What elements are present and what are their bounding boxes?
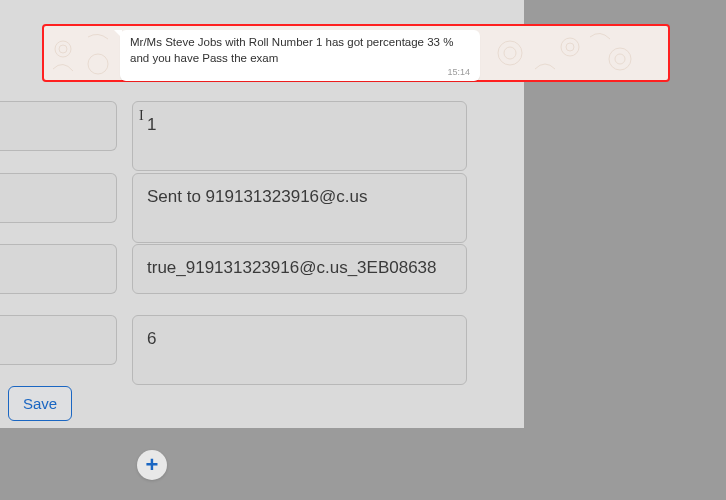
field-stub-4	[0, 315, 117, 365]
svg-point-1	[59, 45, 67, 53]
field-value[interactable]	[132, 315, 467, 385]
svg-point-8	[615, 54, 625, 64]
field-stub-3	[0, 244, 117, 294]
field-roll-number[interactable]	[132, 101, 467, 171]
svg-point-2	[88, 54, 108, 74]
svg-point-7	[609, 48, 631, 70]
chat-message-bubble: Mr/Ms Steve Jobs with Roll Number 1 has …	[120, 30, 480, 81]
svg-point-5	[561, 38, 579, 56]
field-message-id[interactable]	[132, 244, 467, 294]
svg-point-6	[566, 43, 574, 51]
chat-message-text: Mr/Ms Steve Jobs with Roll Number 1 has …	[130, 35, 470, 66]
field-stub-2	[0, 173, 117, 223]
add-button[interactable]: +	[137, 450, 167, 480]
chat-pattern-left	[48, 29, 120, 77]
svg-point-0	[55, 41, 71, 57]
svg-point-3	[498, 41, 522, 65]
chat-message-time: 15:14	[130, 67, 470, 77]
field-sent-to[interactable]	[132, 173, 467, 243]
notification-highlight: Mr/Ms Steve Jobs with Roll Number 1 has …	[42, 24, 670, 82]
save-button[interactable]: Save	[8, 386, 72, 421]
chat-pattern-right	[480, 29, 648, 77]
svg-point-4	[504, 47, 516, 59]
field-stub-1	[0, 101, 117, 151]
